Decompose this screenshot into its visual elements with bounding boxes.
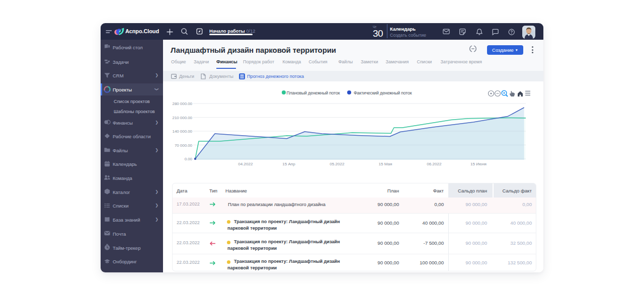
svg-text:15 Мая: 15 Мая bbox=[379, 162, 392, 166]
svg-text:06.2022: 06.2022 bbox=[427, 162, 442, 166]
svg-text:05.2022: 05.2022 bbox=[330, 162, 345, 166]
svg-text:04.2022: 04.2022 bbox=[238, 162, 253, 166]
svg-text:210 000.00: 210 000.00 bbox=[172, 116, 192, 120]
svg-text:70 000.00: 70 000.00 bbox=[175, 143, 193, 148]
svg-text:280 000.00: 280 000.00 bbox=[172, 102, 192, 106]
svg-text:15 Июня: 15 Июня bbox=[470, 162, 487, 166]
svg-text:140 000.00: 140 000.00 bbox=[172, 129, 192, 134]
svg-text:15 Апр: 15 Апр bbox=[282, 162, 295, 166]
svg-text:0.00: 0.00 bbox=[185, 157, 193, 161]
